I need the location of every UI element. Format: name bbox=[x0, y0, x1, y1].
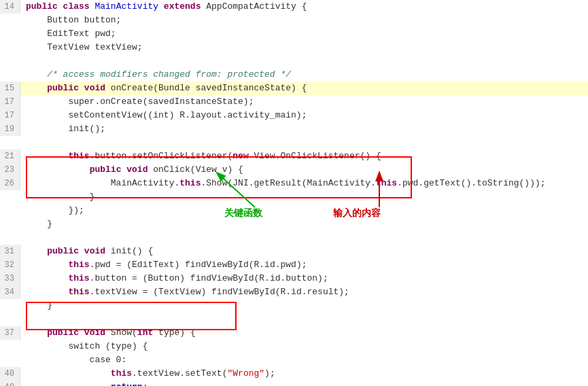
code-line: 15 public void onCreate(Bundle savedInst… bbox=[0, 82, 588, 95]
code-line: 26 MainActivity.this.Show(JNI.getResult(… bbox=[0, 177, 588, 190]
line-content: init(); bbox=[20, 122, 588, 136]
code-line: } bbox=[0, 190, 588, 204]
line-content: } bbox=[20, 299, 588, 313]
line-content: TextView textView; bbox=[20, 41, 588, 54]
code-line: } bbox=[0, 217, 588, 231]
code-line: TextView textView; bbox=[0, 41, 588, 54]
line-content bbox=[20, 136, 588, 150]
code-line: 17 super.onCreate(savedInstanceState); bbox=[0, 95, 588, 109]
line-content: /* access modifiers changed from: protec… bbox=[20, 68, 588, 82]
line-content: this.pwd = (EditText) findViewById(R.id.… bbox=[20, 258, 588, 272]
line-number: 17 bbox=[0, 109, 20, 122]
line-number: 40 bbox=[0, 367, 20, 381]
line-number: 23 bbox=[0, 163, 20, 177]
line-content: EditText pwd; bbox=[20, 27, 588, 41]
line-content: switch (type) { bbox=[20, 340, 588, 353]
code-line: 32 this.pwd = (EditText) findViewById(R.… bbox=[0, 258, 588, 272]
line-number: 14 bbox=[0, 0, 20, 14]
code-line: 40 this.textView.setText("Wrong"); bbox=[0, 367, 588, 381]
line-content: public class MainActivity extends AppCom… bbox=[20, 0, 588, 14]
line-number: 32 bbox=[0, 258, 20, 272]
line-content bbox=[20, 231, 588, 245]
code-line: 21 this.button.setOnClickListener(new Vi… bbox=[0, 150, 588, 163]
code-line: 37 public void Show(int type) { bbox=[0, 326, 588, 340]
line-number: 21 bbox=[0, 150, 20, 163]
line-content: setContentView((int) R.layout.activity_m… bbox=[20, 109, 588, 122]
line-content: public void init() { bbox=[20, 245, 588, 258]
code-line: case 0: bbox=[0, 353, 588, 367]
code-container: 14public class MainActivity extends AppC… bbox=[0, 0, 588, 386]
line-content: this.textView.setText("Wrong"); bbox=[20, 367, 588, 381]
line-content: }); bbox=[20, 204, 588, 217]
code-line: }); bbox=[0, 204, 588, 217]
code-line: 14public class MainActivity extends AppC… bbox=[0, 0, 588, 14]
code-lines: 14public class MainActivity extends AppC… bbox=[0, 0, 588, 386]
code-line: EditText pwd; bbox=[0, 27, 588, 41]
code-line: 48 return; bbox=[0, 381, 588, 386]
line-content: public void onClick(View v) { bbox=[20, 163, 588, 177]
line-content: public void onCreate(Bundle savedInstanc… bbox=[20, 82, 588, 95]
code-line: } bbox=[0, 299, 588, 313]
line-content: public void Show(int type) { bbox=[20, 326, 588, 340]
code-line: 33 this.button = (Button) findViewById(R… bbox=[0, 272, 588, 285]
code-line bbox=[0, 313, 588, 326]
line-number: 26 bbox=[0, 177, 20, 190]
code-line bbox=[0, 136, 588, 150]
code-line: 19 init(); bbox=[0, 122, 588, 136]
code-line: 17 setContentView((int) R.layout.activit… bbox=[0, 109, 588, 122]
line-content: } bbox=[20, 217, 588, 231]
line-content: Button button; bbox=[20, 14, 588, 27]
code-line bbox=[0, 54, 588, 68]
line-number: 19 bbox=[0, 122, 20, 136]
line-content: case 0: bbox=[20, 353, 588, 367]
code-line: 34 this.textView = (TextView) findViewBy… bbox=[0, 285, 588, 299]
line-number: 37 bbox=[0, 326, 20, 340]
line-content: this.textView = (TextView) findViewById(… bbox=[20, 285, 588, 299]
line-number: 33 bbox=[0, 272, 20, 285]
code-line: /* access modifiers changed from: protec… bbox=[0, 68, 588, 82]
code-line: switch (type) { bbox=[0, 340, 588, 353]
line-content bbox=[20, 313, 588, 326]
code-line: 31 public void init() { bbox=[0, 245, 588, 258]
line-content: this.button.setOnClickListener(new View.… bbox=[20, 150, 588, 163]
line-content: return; bbox=[20, 381, 588, 386]
line-number: 48 bbox=[0, 381, 20, 386]
line-content: this.button = (Button) findViewById(R.id… bbox=[20, 272, 588, 285]
line-number: 31 bbox=[0, 245, 20, 258]
line-content: super.onCreate(savedInstanceState); bbox=[20, 95, 588, 109]
line-number: 15 bbox=[0, 82, 20, 95]
code-line: Button button; bbox=[0, 14, 588, 27]
code-line: 23 public void onClick(View v) { bbox=[0, 163, 588, 177]
code-line bbox=[0, 231, 588, 245]
line-number: 17 bbox=[0, 95, 20, 109]
line-content bbox=[20, 54, 588, 68]
line-number: 34 bbox=[0, 285, 20, 299]
line-content: } bbox=[20, 190, 588, 204]
line-content: MainActivity.this.Show(JNI.getResult(Mai… bbox=[20, 177, 588, 190]
